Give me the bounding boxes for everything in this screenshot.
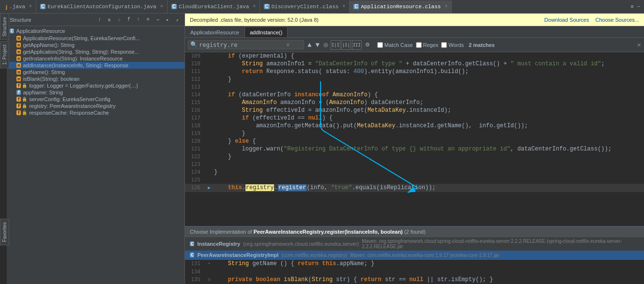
inherited-btn[interactable]: ↑	[134, 15, 143, 24]
settings-search-btn[interactable]: ⚙	[363, 40, 372, 50]
tab-add-instance[interactable]: addInstance()	[245, 27, 288, 37]
line-code: if (experimental) {	[214, 52, 644, 60]
list-item[interactable]: m getInstanceInfo(String): InstanceResou…	[7, 55, 184, 62]
tab-application-resource[interactable]: ApplicationResource	[185, 27, 245, 37]
words-checkbox[interactable]	[441, 42, 447, 48]
more-btn[interactable]: ⋯	[153, 15, 162, 24]
sidebar-item-favorites[interactable]: Favorites	[0, 219, 9, 245]
root-class-icon: C	[10, 29, 14, 33]
code-area[interactable]: 109 if (experimental) { 110 String amazo…	[185, 52, 644, 226]
item-label-11: responseCache: ResponseCache	[29, 110, 109, 116]
list-item[interactable]: f 🔒 serverConfig: EurekaServerConfig	[7, 96, 184, 103]
app-resource-icon: C	[353, 4, 359, 9]
line-num: 124	[185, 168, 204, 176]
table-row: 113	[185, 83, 644, 91]
sort-alpha-btn[interactable]: ↕	[95, 15, 104, 24]
structure-panel-title: Structure	[10, 17, 31, 23]
regex-option[interactable]: Regex	[416, 42, 439, 48]
match-case-checkbox[interactable]	[377, 42, 383, 48]
item-label-6: isBlank(String): boolean	[23, 76, 79, 82]
item-label-0: ApplicationResource(String, EurekaServer…	[23, 35, 140, 41]
prev-match-button[interactable]: ▲	[306, 41, 313, 49]
sidebar-item-structure[interactable]: Structure	[0, 14, 9, 40]
settings-gear-btn[interactable]: ▸	[163, 15, 172, 24]
tab-eureka-auto[interactable]: C EurekaClientAutoConfiguration.java ×	[36, 0, 168, 13]
tab-app-resource-label: ApplicationResource.class	[361, 4, 441, 10]
filter-btn-b[interactable]: |I|	[341, 40, 351, 50]
line-code: }	[214, 153, 644, 161]
tab-app-resource-close[interactable]: ×	[445, 4, 447, 9]
tab-java-close[interactable]: ×	[29, 4, 32, 9]
line-code: }	[214, 168, 644, 176]
table-row: 123	[185, 161, 644, 168]
search-clear-button[interactable]: ✕	[286, 41, 290, 48]
line-num: 109	[185, 52, 204, 60]
line-code: }	[214, 130, 644, 137]
list-item[interactable]: f 🔒 logger: Logger = LoggerFactory.getLo…	[7, 82, 184, 89]
list-item[interactable]: f 🔒 responseCache: ResponseCache	[7, 109, 184, 116]
search-options: Match Case Regex Words 2 matches	[377, 42, 495, 48]
download-sources-link[interactable]: Download Sources	[544, 17, 589, 23]
line-code: String amazonInfo1 = "DataCenterInfo of …	[214, 60, 644, 68]
sidebar-item-project[interactable]: 1: Project	[0, 41, 9, 68]
table-row: 115 AmazonInfo amazonInfo = (AmazonInfo)…	[185, 99, 644, 106]
regex-checkbox[interactable]	[416, 42, 422, 48]
tab-app-resource[interactable]: C ApplicationResource.class ×	[350, 0, 452, 13]
filter-btn-c[interactable]: III	[352, 40, 362, 50]
table-row: 119 }	[185, 130, 644, 137]
decompiled-text: Decompiled .class file, bytecode version…	[190, 17, 319, 23]
impl-item-1[interactable]: C PeerAwareInstanceRegistryImpl (com.net…	[185, 251, 644, 259]
close-structure-btn[interactable]: ↗	[173, 15, 182, 24]
line-code: }	[214, 75, 644, 83]
list-item[interactable]: f appName: String	[7, 89, 184, 96]
line-num: 118	[185, 122, 204, 130]
choose-sources-link[interactable]: Choose Sources...	[596, 17, 640, 23]
tab-cloud-eureka[interactable]: C CloudEurekaClient.java ×	[168, 0, 260, 13]
list-item[interactable]: m ApplicationResource(String, EurekaServ…	[7, 35, 184, 42]
impl-item-0[interactable]: C InstanceRegistry (org.springframework.…	[185, 237, 644, 251]
filter-btn-a[interactable]: I|I	[331, 40, 340, 50]
table-row: 111 return Response.status( status: 400)…	[185, 68, 644, 75]
item-label-10: registry: PeerAwareInstanceRegistry	[29, 103, 115, 109]
root-label: ApplicationResource	[16, 28, 65, 34]
filter-btn[interactable]: ☆	[115, 15, 123, 24]
search-input[interactable]	[199, 42, 286, 48]
next-match-button[interactable]: ▼	[314, 41, 321, 49]
tab-end-controls[interactable]: ≡ −	[630, 4, 642, 10]
field-icon-11: f	[16, 110, 21, 115]
line-code: String effectiveId = amazonInfo.get(Meta…	[214, 106, 644, 114]
line-code: logger.warn("Registering DataCenterInfo …	[214, 145, 644, 153]
search-input-wrapper: 🔍 ✕	[188, 40, 304, 49]
impl-popup: Choose Implementation of PeerAwareInstan…	[185, 226, 644, 284]
search-close-button[interactable]: ✕	[637, 41, 641, 49]
match-case-label: Match Case	[384, 42, 413, 48]
find-usage-button[interactable]: ◎	[322, 42, 330, 48]
list-item[interactable]: m getName(): String	[7, 69, 184, 75]
sort-btn[interactable]: ⇅	[105, 15, 114, 24]
list-item[interactable]: m getAppName(): String	[7, 42, 184, 48]
tab-cloud-eureka-close[interactable]: ×	[253, 4, 256, 9]
java-icon: j	[6, 4, 7, 10]
structure-toolbar: ↕ ⇅ ☆ f ↑ ≡ ⋯ ▸ ↗	[95, 15, 182, 24]
tab-discovery[interactable]: C DiscoveryClient.class ×	[260, 0, 350, 13]
item-label-5: getName(): String	[23, 69, 65, 75]
visibility-btn[interactable]: ≡	[144, 15, 153, 24]
line-code: private boolean isBlank(String str) { re…	[214, 276, 644, 284]
list-item[interactable]: m getApplication(String, String, String)…	[7, 48, 184, 55]
table-row: 134	[185, 268, 644, 276]
tab-discovery-close[interactable]: ×	[342, 4, 345, 9]
tab-eureka-auto-close[interactable]: ×	[160, 4, 163, 9]
table-row: 117 if (effectiveId == null) {	[185, 114, 644, 122]
item-label-9: serverConfig: EurekaServerConfig	[29, 96, 110, 102]
line-code: String getName () { return this.appName;…	[214, 260, 644, 268]
words-option[interactable]: Words	[441, 42, 464, 48]
match-case-option[interactable]: Match Case	[377, 42, 413, 48]
list-item[interactable]: m addInstance(InstanceInfo, String): Res…	[7, 62, 184, 69]
impl-icon-0: C	[190, 241, 194, 246]
expand-btn[interactable]: f	[124, 15, 133, 24]
discovery-icon: C	[264, 4, 269, 9]
tree-root-app-resource[interactable]: C ApplicationResource	[7, 27, 184, 35]
list-item[interactable]: m isBlank(String): boolean	[7, 75, 184, 82]
tab-java[interactable]: j .java ×	[2, 0, 36, 13]
list-item[interactable]: f 🔒 registry: PeerAwareInstanceRegistry	[7, 103, 184, 109]
